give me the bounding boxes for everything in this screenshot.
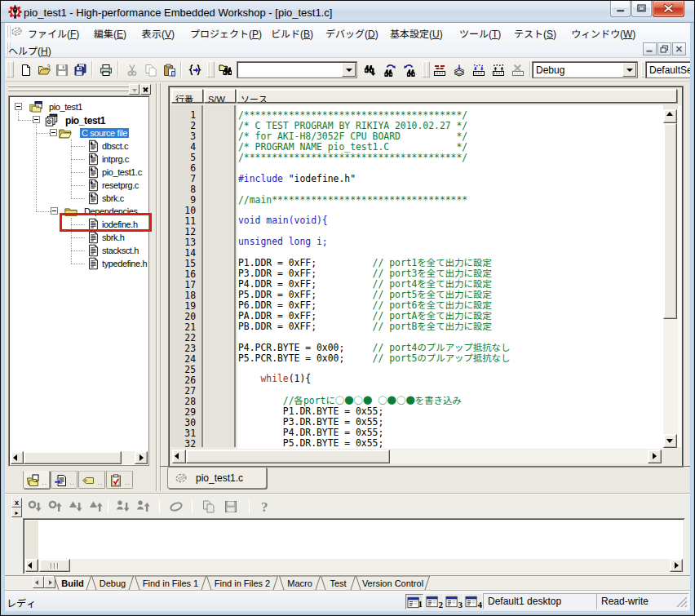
next-error-button[interactable] <box>26 498 44 516</box>
workspace-tab-templates[interactable]: .. <box>51 471 77 489</box>
panel-grip[interactable] <box>8 85 129 87</box>
new-file-button[interactable] <box>18 62 34 78</box>
editor-scroll-up[interactable] <box>663 109 677 123</box>
search-combo[interactable] <box>237 61 357 78</box>
tree-node-pio-test1-c[interactable]: pio_test1.c <box>10 166 148 179</box>
desktop-layout-1-button[interactable]: 1 <box>405 594 423 609</box>
output-tab-Version-Control[interactable]: Version Control <box>356 576 430 592</box>
workspace-tab-test[interactable]: .. <box>106 471 133 489</box>
output-scroll-left[interactable] <box>25 559 38 572</box>
tree-node-resetprg-c[interactable]: resetprg.c <box>10 179 148 192</box>
help-button[interactable] <box>257 498 275 516</box>
title-bar[interactable]: pio_test1 - High-performance Embedded Wo… <box>1 1 694 23</box>
output-scroll-thumb[interactable] <box>39 559 70 572</box>
previous-error-button[interactable] <box>46 498 64 516</box>
editor-vscroll-thumb[interactable] <box>663 123 677 319</box>
compile-file-button[interactable] <box>432 62 448 78</box>
mdi-minimize-button[interactable] <box>643 42 657 55</box>
output-tab-Test[interactable]: Test <box>321 576 356 592</box>
menu-E[interactable]: 編集(E) <box>94 23 126 40</box>
output-close-button[interactable]: x <box>11 498 22 507</box>
expand-box[interactable] <box>33 116 40 123</box>
panel-splitter[interactable] <box>156 83 157 491</box>
find-in-files-up-button[interactable] <box>401 62 418 78</box>
resize-grip[interactable] <box>674 594 688 609</box>
build-all-button[interactable] <box>471 62 487 78</box>
menu-V[interactable]: 表示(V) <box>142 23 175 40</box>
build-button[interactable] <box>451 62 467 78</box>
tree-node-pio-test1[interactable]: pio_test1 <box>10 113 148 126</box>
toolbar-grip[interactable] <box>207 61 213 78</box>
output-tabs-scroll-left[interactable] <box>33 576 44 588</box>
print-button[interactable] <box>98 62 114 78</box>
save-all-button[interactable] <box>72 62 88 78</box>
editor-scroll-down[interactable] <box>663 434 677 448</box>
output-tab-Debug[interactable]: Debug <box>91 576 134 592</box>
minimize-button[interactable] <box>610 1 631 17</box>
menu-D[interactable]: デバッグ(D) <box>325 23 378 40</box>
menu-P[interactable]: プロジェクト(P) <box>190 23 262 40</box>
save-file-button[interactable] <box>54 62 70 78</box>
tree-horizontal-scrollbar[interactable] <box>11 451 148 464</box>
mdi-close-button[interactable] <box>672 42 686 55</box>
toolbar-grip[interactable] <box>7 61 12 78</box>
expand-box[interactable] <box>15 103 22 110</box>
tree-node-C-source-file[interactable]: C source file <box>10 126 148 140</box>
workspace-tab-navigation[interactable]: .. <box>78 471 105 489</box>
menu-S[interactable]: テスト(S) <box>514 23 556 40</box>
tree-node-typedefine-h[interactable]: typedefine.h <box>10 257 148 270</box>
workspace-tab-projects[interactable]: .. <box>23 471 50 489</box>
menu-U[interactable]: 基本設定(U) <box>390 23 443 40</box>
tree-scroll-thumb[interactable] <box>24 451 122 464</box>
toolbar-grip[interactable] <box>423 61 428 78</box>
menu-T[interactable]: ツール(T) <box>459 23 501 40</box>
menu-H[interactable]: ヘルプ(H) <box>8 40 51 57</box>
find-next-button[interactable] <box>362 62 378 78</box>
clear-output-button[interactable] <box>167 498 185 516</box>
mdi-restore-button[interactable] <box>657 42 671 55</box>
find-in-files-down-button[interactable] <box>382 62 398 78</box>
tree-node-sbrk-h[interactable]: sbrk.h <box>10 231 148 244</box>
output-tab-Macro[interactable]: Macro <box>279 576 321 592</box>
menu-B[interactable]: ビルド(B) <box>271 23 313 40</box>
tree-scroll-left[interactable] <box>11 451 24 464</box>
code-editor[interactable]: /***************************************… <box>237 105 663 449</box>
editor-horizontal-scrollbar[interactable] <box>172 450 662 463</box>
paste-button[interactable] <box>162 62 178 78</box>
previous-warning-button[interactable] <box>87 498 105 516</box>
menu-F[interactable]: ファイル(F) <box>28 23 79 40</box>
panel-menu-button[interactable] <box>129 84 139 95</box>
document-tab[interactable]: pio_test1.c <box>167 468 267 489</box>
expand-box[interactable] <box>51 207 58 215</box>
expand-box[interactable] <box>50 129 57 136</box>
next-user-mark-button[interactable] <box>114 498 132 516</box>
tree-scroll-right[interactable] <box>135 451 148 464</box>
cut-button[interactable] <box>124 62 140 78</box>
previous-user-mark-button[interactable] <box>135 498 153 516</box>
menu-grip[interactable] <box>7 25 11 38</box>
tree-node-intprg-c[interactable]: intprg.c <box>10 153 148 166</box>
copy-output-button[interactable] <box>200 498 218 516</box>
maximize-button[interactable] <box>631 1 652 17</box>
desktop-layout-3-button[interactable]: 3 <box>445 594 463 609</box>
tree-node-sbrk-c[interactable]: sbrk.c <box>10 192 148 205</box>
desktop-layout-2-button[interactable]: 2 <box>425 594 443 609</box>
output-tab-Find-in-Files-1[interactable]: Find in Files 1 <box>135 576 206 592</box>
column-header-sw-breakpoint[interactable]: S/W... <box>204 89 236 103</box>
open-file-button[interactable] <box>36 62 52 78</box>
panel-grip2[interactable] <box>8 89 129 91</box>
output-expand-button[interactable]: ▸ <box>11 507 22 517</box>
output-tab-Build[interactable]: Build <box>54 576 91 592</box>
tree-node-pio-test1[interactable]: pio_test1 <box>10 100 148 113</box>
next-warning-button[interactable] <box>67 498 85 516</box>
find-in-files-button[interactable] <box>217 62 233 78</box>
editor-scroll-left[interactable] <box>172 450 186 463</box>
copy-button[interactable] <box>143 62 159 78</box>
menu-W[interactable]: ウィンドウ(W) <box>571 23 635 40</box>
update-all-dependencies-button[interactable] <box>490 62 507 78</box>
output-tab-Find-in-Files-2[interactable]: Find in Files 2 <box>206 576 278 592</box>
editor-vertical-scrollbar[interactable] <box>663 109 678 448</box>
editor-scroll-right[interactable] <box>648 450 662 463</box>
desktop-layout-4-button[interactable]: 4 <box>464 594 482 609</box>
session-combo[interactable]: DefaultSession <box>645 61 690 78</box>
